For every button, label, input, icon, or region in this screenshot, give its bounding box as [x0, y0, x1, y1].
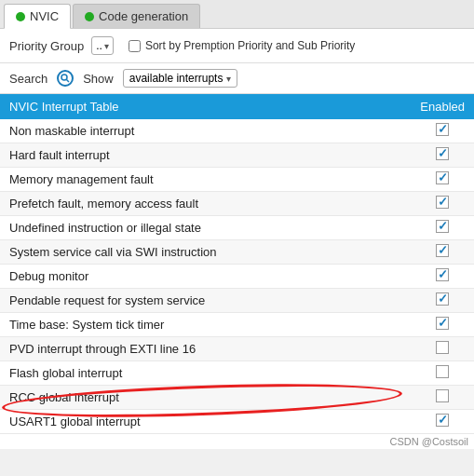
interrupt-enabled-cell [411, 240, 474, 265]
table-row: Memory management fault [0, 168, 474, 192]
interrupt-name: RCC global interrupt [0, 386, 411, 410]
interrupt-name: Prefetch fault, memory access fault [0, 192, 411, 216]
search-label: Search [9, 72, 47, 86]
tab-nvic-label: NVIC [30, 9, 59, 23]
table-row: Undefined instruction or illegal state [0, 216, 474, 240]
table-row: System service call via SWI instruction [0, 240, 474, 265]
interrupt-checkbox[interactable] [436, 341, 449, 354]
priority-chevron-icon: ▾ [104, 41, 109, 51]
table-row: Non maskable interrupt [0, 119, 474, 143]
interrupt-enabled-cell [411, 289, 474, 313]
interrupt-name: System service call via SWI instruction [0, 240, 411, 265]
interrupt-enabled-cell [411, 119, 474, 143]
interrupt-checkbox[interactable] [436, 268, 449, 281]
interrupt-checkbox[interactable] [436, 123, 449, 136]
controls-bar: Priority Group .. ▾ Sort by Premption Pr… [0, 29, 474, 63]
interrupt-enabled-cell [411, 192, 474, 216]
table-row: Hard fault interrupt [0, 143, 474, 168]
tab-code-generation[interactable]: Code generation [73, 4, 200, 28]
interrupt-name: PVD interrupt through EXTI line 16 [0, 337, 411, 361]
sort-label: Sort by Premption Priority and Sub Prior… [145, 39, 355, 52]
tab-bar: NVIC Code generation [0, 0, 474, 29]
interrupt-name: USART1 global interrupt [0, 410, 411, 434]
table-row: Flash global interrupt [0, 361, 474, 386]
search-icon[interactable] [57, 70, 74, 87]
table-row: USART1 global interrupt [0, 410, 474, 434]
interrupt-enabled-cell [411, 265, 474, 289]
interrupt-checkbox[interactable] [436, 292, 449, 306]
code-gen-dot [85, 12, 94, 21]
interrupt-enabled-cell [411, 337, 474, 361]
interrupt-name: Undefined instruction or illegal state [0, 216, 411, 240]
interrupt-enabled-cell [411, 216, 474, 240]
interrupt-checkbox[interactable] [436, 171, 449, 184]
interrupt-name: Non maskable interrupt [0, 119, 411, 143]
interrupt-enabled-cell [411, 168, 474, 192]
priority-group-label: Priority Group [9, 39, 84, 53]
interrupt-enabled-cell [411, 410, 474, 434]
priority-group-select[interactable]: .. ▾ [91, 36, 114, 55]
nvic-dot [16, 12, 25, 21]
interrupt-checkbox[interactable] [436, 196, 449, 209]
interrupt-checkbox[interactable] [436, 220, 449, 233]
table-row: Pendable request for system service [0, 289, 474, 313]
interrupt-enabled-cell [411, 386, 474, 410]
table-header-enabled: Enabled [411, 94, 474, 119]
interrupt-enabled-cell [411, 361, 474, 386]
svg-point-0 [61, 75, 67, 80]
table-header-name: NVIC Interrupt Table [0, 94, 411, 119]
search-bar: Search Show available interrupts ▾ [0, 63, 474, 94]
interrupt-name: Hard fault interrupt [0, 143, 411, 168]
show-select[interactable]: available interrupts ▾ [123, 69, 238, 88]
interrupt-name: Flash global interrupt [0, 361, 411, 386]
interrupt-checkbox[interactable] [436, 365, 449, 378]
table-row: PVD interrupt through EXTI line 16 [0, 337, 474, 361]
interrupt-checkbox[interactable] [436, 414, 449, 427]
interrupt-checkbox[interactable] [436, 389, 449, 402]
interrupt-checkbox[interactable] [436, 244, 449, 257]
interrupt-name: Time base: System tick timer [0, 313, 411, 337]
table-row: Time base: System tick timer [0, 313, 474, 337]
show-label: Show [83, 72, 114, 86]
interrupt-name: Debug monitor [0, 265, 411, 289]
interrupt-enabled-cell [411, 143, 474, 168]
table-wrapper: NVIC Interrupt Table Enabled Non maskabl… [0, 94, 474, 434]
show-chevron-icon: ▾ [226, 74, 231, 84]
interrupt-enabled-cell [411, 313, 474, 337]
table-row: RCC global interrupt [0, 386, 474, 410]
priority-group-value: .. [96, 39, 102, 52]
show-value: available interrupts [129, 72, 223, 85]
interrupt-table: NVIC Interrupt Table Enabled Non maskabl… [0, 94, 474, 434]
tab-nvic[interactable]: NVIC [4, 4, 71, 29]
watermark: CSDN @Costsoil [0, 434, 474, 449]
interrupt-name: Pendable request for system service [0, 289, 411, 313]
table-row: Debug monitor [0, 265, 474, 289]
sort-checkbox-area: Sort by Premption Priority and Sub Prior… [129, 39, 355, 52]
sort-checkbox[interactable] [129, 40, 141, 52]
interrupt-checkbox[interactable] [436, 147, 449, 160]
interrupt-name: Memory management fault [0, 168, 411, 192]
svg-line-1 [67, 80, 70, 83]
tab-code-generation-label: Code generation [99, 9, 188, 23]
table-row: Prefetch fault, memory access fault [0, 192, 474, 216]
interrupt-checkbox[interactable] [436, 317, 449, 330]
